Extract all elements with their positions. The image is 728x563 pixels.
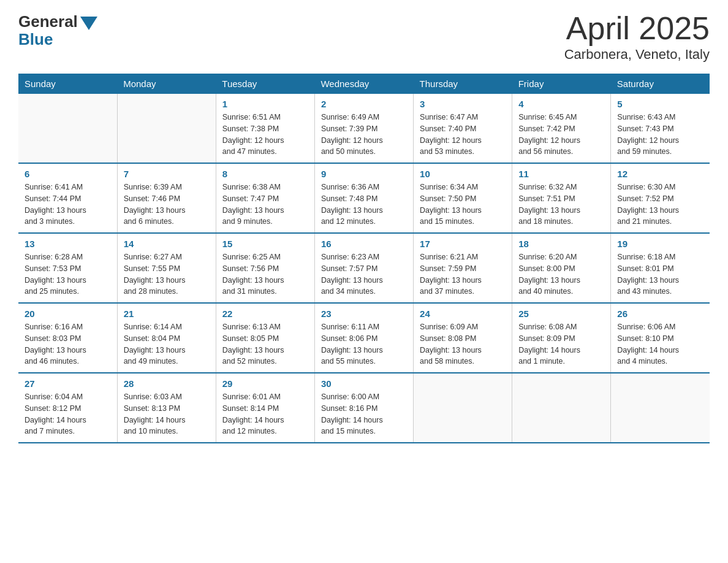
weekday-header-thursday: Thursday [414, 74, 512, 94]
calendar-cell: 20Sunrise: 6:16 AM Sunset: 8:03 PM Dayli… [18, 303, 117, 373]
day-number: 23 [321, 308, 407, 319]
day-info: Sunrise: 6:09 AM Sunset: 8:08 PM Dayligh… [420, 321, 506, 367]
day-number: 16 [321, 239, 407, 249]
weekday-header-row: SundayMondayTuesdayWednesdayThursdayFrid… [18, 74, 710, 94]
logo-blue-text: Blue [18, 30, 53, 49]
calendar-week-5: 27Sunrise: 6:04 AM Sunset: 8:12 PM Dayli… [18, 373, 710, 443]
weekday-header-tuesday: Tuesday [216, 74, 314, 94]
calendar-body: 1Sunrise: 6:51 AM Sunset: 7:38 PM Daylig… [18, 94, 710, 443]
day-number: 17 [420, 239, 506, 249]
calendar-title: April 2025 [564, 12, 710, 44]
day-number: 20 [25, 308, 111, 319]
day-number: 1 [222, 99, 308, 109]
day-info: Sunrise: 6:39 AM Sunset: 7:46 PM Dayligh… [124, 182, 210, 228]
day-number: 22 [222, 308, 308, 319]
day-info: Sunrise: 6:25 AM Sunset: 7:56 PM Dayligh… [222, 251, 308, 297]
logo: General Blue [18, 12, 97, 49]
day-number: 24 [420, 308, 506, 319]
day-info: Sunrise: 6:00 AM Sunset: 8:16 PM Dayligh… [321, 391, 407, 437]
weekday-header-saturday: Saturday [611, 74, 710, 94]
calendar-cell: 8Sunrise: 6:38 AM Sunset: 7:47 PM Daylig… [216, 163, 314, 233]
page-header: General Blue April 2025 Carbonera, Venet… [18, 12, 710, 63]
day-info: Sunrise: 6:04 AM Sunset: 8:12 PM Dayligh… [25, 391, 111, 437]
day-info: Sunrise: 6:18 AM Sunset: 8:01 PM Dayligh… [617, 251, 703, 297]
day-info: Sunrise: 6:03 AM Sunset: 8:13 PM Dayligh… [124, 391, 210, 437]
day-info: Sunrise: 6:11 AM Sunset: 8:06 PM Dayligh… [321, 321, 407, 367]
day-info: Sunrise: 6:51 AM Sunset: 7:38 PM Dayligh… [222, 112, 308, 158]
day-info: Sunrise: 6:36 AM Sunset: 7:48 PM Dayligh… [321, 182, 407, 228]
calendar-week-4: 20Sunrise: 6:16 AM Sunset: 8:03 PM Dayli… [18, 303, 710, 373]
day-number: 3 [420, 99, 506, 109]
calendar-cell: 21Sunrise: 6:14 AM Sunset: 8:04 PM Dayli… [117, 303, 216, 373]
calendar-cell: 4Sunrise: 6:45 AM Sunset: 7:42 PM Daylig… [512, 94, 611, 163]
day-number: 11 [518, 169, 604, 179]
calendar-cell: 26Sunrise: 6:06 AM Sunset: 8:10 PM Dayli… [611, 303, 710, 373]
calendar-cell: 3Sunrise: 6:47 AM Sunset: 7:40 PM Daylig… [414, 94, 512, 163]
day-number: 25 [518, 308, 604, 319]
calendar-cell: 1Sunrise: 6:51 AM Sunset: 7:38 PM Daylig… [216, 94, 314, 163]
title-block: April 2025 Carbonera, Veneto, Italy [564, 12, 710, 63]
day-info: Sunrise: 6:43 AM Sunset: 7:43 PM Dayligh… [617, 112, 703, 158]
calendar-cell: 29Sunrise: 6:01 AM Sunset: 8:14 PM Dayli… [216, 373, 314, 443]
logo-general-text: General [18, 12, 78, 31]
calendar-cell: 9Sunrise: 6:36 AM Sunset: 7:48 PM Daylig… [314, 163, 413, 233]
day-number: 5 [617, 99, 703, 109]
day-info: Sunrise: 6:41 AM Sunset: 7:44 PM Dayligh… [25, 182, 111, 228]
day-info: Sunrise: 6:38 AM Sunset: 7:47 PM Dayligh… [222, 182, 308, 228]
day-info: Sunrise: 6:28 AM Sunset: 7:53 PM Dayligh… [25, 251, 111, 297]
day-info: Sunrise: 6:13 AM Sunset: 8:05 PM Dayligh… [222, 321, 308, 367]
day-info: Sunrise: 6:34 AM Sunset: 7:50 PM Dayligh… [420, 182, 506, 228]
weekday-header-friday: Friday [512, 74, 611, 94]
day-number: 13 [25, 239, 111, 249]
calendar-cell: 27Sunrise: 6:04 AM Sunset: 8:12 PM Dayli… [18, 373, 117, 443]
day-number: 21 [124, 308, 210, 319]
day-info: Sunrise: 6:20 AM Sunset: 8:00 PM Dayligh… [518, 251, 604, 297]
calendar-cell [117, 94, 216, 163]
calendar-cell: 13Sunrise: 6:28 AM Sunset: 7:53 PM Dayli… [18, 233, 117, 303]
day-number: 14 [124, 239, 210, 249]
day-info: Sunrise: 6:08 AM Sunset: 8:09 PM Dayligh… [518, 321, 604, 367]
day-number: 12 [617, 169, 703, 179]
day-number: 26 [617, 308, 703, 319]
day-number: 30 [321, 378, 407, 389]
calendar-cell: 6Sunrise: 6:41 AM Sunset: 7:44 PM Daylig… [18, 163, 117, 233]
day-number: 15 [222, 239, 308, 249]
day-number: 10 [420, 169, 506, 179]
calendar-cell [414, 373, 512, 443]
calendar-table: SundayMondayTuesdayWednesdayThursdayFrid… [18, 74, 710, 443]
calendar-cell [611, 373, 710, 443]
calendar-cell: 11Sunrise: 6:32 AM Sunset: 7:51 PM Dayli… [512, 163, 611, 233]
day-number: 19 [617, 239, 703, 249]
day-number: 27 [25, 378, 111, 389]
day-number: 29 [222, 378, 308, 389]
calendar-cell: 24Sunrise: 6:09 AM Sunset: 8:08 PM Dayli… [414, 303, 512, 373]
calendar-cell: 15Sunrise: 6:25 AM Sunset: 7:56 PM Dayli… [216, 233, 314, 303]
day-info: Sunrise: 6:21 AM Sunset: 7:59 PM Dayligh… [420, 251, 506, 297]
day-number: 6 [25, 169, 111, 179]
calendar-cell: 10Sunrise: 6:34 AM Sunset: 7:50 PM Dayli… [414, 163, 512, 233]
day-number: 28 [124, 378, 210, 389]
calendar-cell: 28Sunrise: 6:03 AM Sunset: 8:13 PM Dayli… [117, 373, 216, 443]
calendar-subtitle: Carbonera, Veneto, Italy [564, 47, 710, 63]
day-number: 4 [518, 99, 604, 109]
calendar-cell: 25Sunrise: 6:08 AM Sunset: 8:09 PM Dayli… [512, 303, 611, 373]
calendar-cell: 17Sunrise: 6:21 AM Sunset: 7:59 PM Dayli… [414, 233, 512, 303]
calendar-cell [18, 94, 117, 163]
weekday-header-sunday: Sunday [18, 74, 117, 94]
day-number: 7 [124, 169, 210, 179]
day-info: Sunrise: 6:30 AM Sunset: 7:52 PM Dayligh… [617, 182, 703, 228]
day-info: Sunrise: 6:45 AM Sunset: 7:42 PM Dayligh… [518, 112, 604, 158]
day-info: Sunrise: 6:49 AM Sunset: 7:39 PM Dayligh… [321, 112, 407, 158]
calendar-week-2: 6Sunrise: 6:41 AM Sunset: 7:44 PM Daylig… [18, 163, 710, 233]
calendar-cell: 23Sunrise: 6:11 AM Sunset: 8:06 PM Dayli… [314, 303, 413, 373]
logo-triangle-icon [80, 17, 97, 30]
weekday-header-monday: Monday [117, 74, 216, 94]
weekday-header-wednesday: Wednesday [314, 74, 413, 94]
day-info: Sunrise: 6:16 AM Sunset: 8:03 PM Dayligh… [25, 321, 111, 367]
day-info: Sunrise: 6:27 AM Sunset: 7:55 PM Dayligh… [124, 251, 210, 297]
calendar-header: SundayMondayTuesdayWednesdayThursdayFrid… [18, 74, 710, 94]
day-number: 8 [222, 169, 308, 179]
day-info: Sunrise: 6:14 AM Sunset: 8:04 PM Dayligh… [124, 321, 210, 367]
day-info: Sunrise: 6:06 AM Sunset: 8:10 PM Dayligh… [617, 321, 703, 367]
calendar-cell: 7Sunrise: 6:39 AM Sunset: 7:46 PM Daylig… [117, 163, 216, 233]
